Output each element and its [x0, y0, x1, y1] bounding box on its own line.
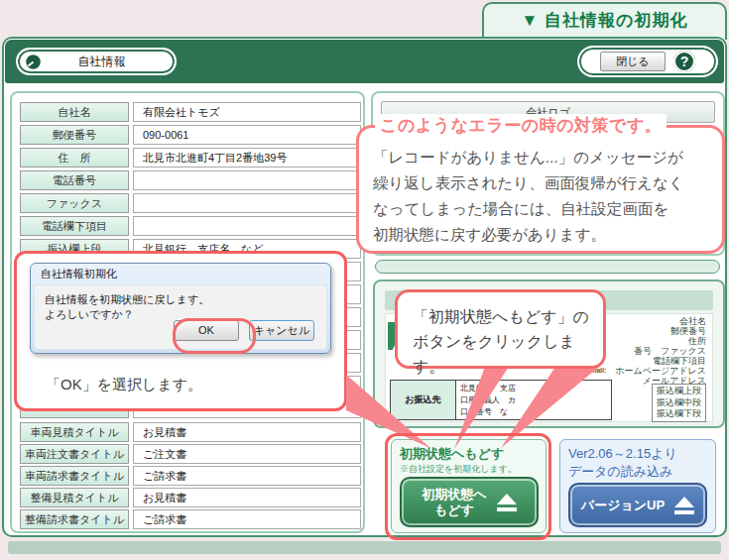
- ok-highlight-circle: [173, 318, 256, 354]
- form-row: 電話欄下項目: [12, 216, 363, 236]
- form-row: 郵便番号090-0061: [12, 125, 363, 145]
- version-panel: Ver2.06～2.15より データの読み込み バージョンUP: [559, 439, 716, 533]
- app-title-pill: 自社情報: [16, 48, 177, 75]
- close-button[interactable]: 閉じる: [600, 52, 666, 71]
- version-up-button[interactable]: バージョンUP: [568, 483, 707, 527]
- ok-instruction-text: 「OK」を選択します。: [46, 376, 202, 394]
- vehicle-estimate-title-field[interactable]: お見積書: [133, 422, 361, 442]
- version-panel-title: Ver2.06～2.15より データの読み込み: [568, 445, 677, 481]
- window-controls-pill: 閉じる ?: [577, 46, 718, 77]
- vehicle-order-title-field[interactable]: ご注文書: [133, 444, 361, 464]
- field-label: 車両見積タイトル: [20, 422, 129, 442]
- page-title: ▼ 自社情報の初期化: [482, 2, 727, 40]
- error-callout-body: 「レコードがありません...」のメッセージが 繰り返し表示されたり、画面復帰が行…: [373, 145, 714, 248]
- form-row: 住 所北見市北進町4丁目2番地39号: [12, 148, 363, 168]
- gauge-icon: [24, 53, 43, 71]
- postal-code-field[interactable]: 090-0061: [133, 125, 361, 145]
- field-label: 車両注文書タイトル: [20, 444, 129, 464]
- company-name-field[interactable]: 有限会社トモズ: [133, 102, 361, 122]
- field-label: 整備請求書タイトル: [20, 509, 129, 529]
- service-invoice-title-field[interactable]: ご請求書: [133, 509, 361, 529]
- phone-sub-field[interactable]: [133, 216, 361, 236]
- bank-transfer-lines: 北見銀行 支店 口座名義人 カ 口座番号 な: [456, 381, 611, 419]
- field-label: 自社名: [20, 102, 129, 122]
- field-label: 整備見積タイトル: [20, 488, 129, 507]
- form-row: 整備請求書タイトルご請求書: [12, 509, 363, 529]
- form-row: ファックス: [12, 193, 363, 213]
- service-estimate-title-field[interactable]: お見積書: [133, 488, 361, 507]
- dialog-title: 自社情報初期化: [41, 267, 117, 281]
- form-row: 車両請求書タイトルご請求書: [12, 466, 363, 486]
- field-label: 車両請求書タイトル: [20, 466, 129, 486]
- form-row: 電話番号: [12, 170, 363, 190]
- bank-transfer-table: お振込先 北見銀行 支店 口座名義人 カ 口座番号 な: [390, 380, 612, 420]
- field-label: 電話欄下項目: [20, 216, 129, 236]
- field-label: 住 所: [20, 148, 129, 168]
- fax-field[interactable]: [133, 193, 361, 213]
- error-explanation-callout: このようなエラーの時の対策です。 「レコードがありません...」のメッセージが …: [356, 125, 725, 254]
- preview-field-labels: 会社名 郵便番号 住所 番号 ファックス 電話欄下項目 ホームページアドレス メ…: [615, 316, 706, 386]
- address-field[interactable]: 北見市北進町4丁目2番地39号: [133, 148, 361, 168]
- form-row: 整備見積タイトルお見積書: [12, 488, 363, 507]
- form-row: 自社名有限会社トモズ: [12, 102, 363, 122]
- field-label: ファックス: [20, 193, 129, 213]
- cancel-button[interactable]: キャンセル: [249, 320, 314, 341]
- form-row: 車両注文書タイトルご注文書: [12, 444, 363, 464]
- bank-transfer-label: お振込先: [391, 381, 456, 419]
- field-label: 郵便番号: [20, 125, 129, 145]
- form-row: 車両見積タイトルお見積書: [12, 422, 363, 442]
- vehicle-invoice-title-field[interactable]: ご請求書: [133, 466, 361, 486]
- phone-field[interactable]: [133, 170, 361, 190]
- up-arrow-icon: [674, 497, 694, 514]
- reset-highlight-box: [385, 433, 551, 540]
- field-label: 電話番号: [20, 170, 129, 190]
- divider-bar: [375, 260, 720, 274]
- help-icon[interactable]: ?: [673, 51, 695, 72]
- window-bottom-bar: [8, 541, 721, 554]
- error-callout-title: このようなエラーの時の対策です。: [375, 114, 667, 137]
- version-up-button-label: バージョンUP: [581, 498, 665, 513]
- preview-bank-line-labels: 振込欄上段 振込欄中段 振込欄下段: [652, 384, 706, 422]
- app-title-label: 自社情報: [43, 54, 175, 70]
- instruction-bubble: 「初期状態へもどす」の ボタンをクリックします。: [395, 289, 606, 369]
